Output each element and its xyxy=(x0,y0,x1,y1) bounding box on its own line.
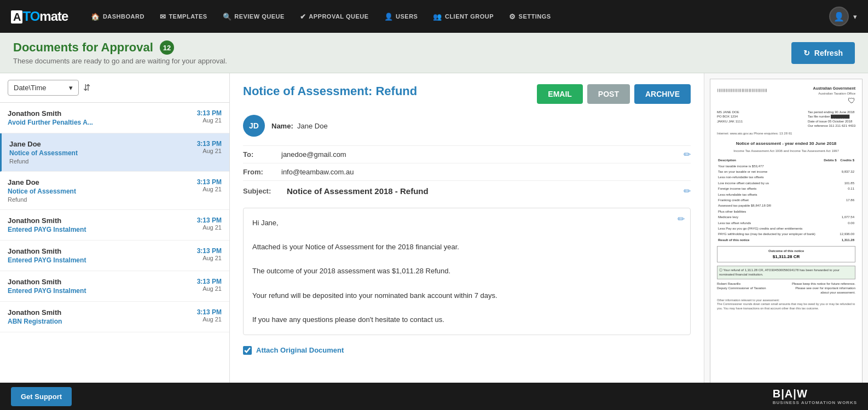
document-content: Notice of Assessment: Refund EMAIL POST … xyxy=(230,73,704,383)
content-header: Notice of Assessment: Refund EMAIL POST … xyxy=(243,84,691,104)
from-field-row: From: info@teambaw.com.au xyxy=(243,163,691,180)
list-item-date: Aug 21 xyxy=(197,186,222,192)
nav-settings[interactable]: ⚙ SETTINGS xyxy=(502,8,558,25)
our-ref-value: 311 211 621 4433 xyxy=(829,124,855,127)
footer-note2: Please see over for important informatio… xyxy=(790,286,855,295)
sidebar-list: Jonathon Smith Avoid Further Penalties A… xyxy=(0,103,229,383)
doc-footer-text: Other information relevant to your asses… xyxy=(717,298,855,311)
page-header-left: Documents for Approval 12 These document… xyxy=(13,40,227,65)
nav-review-label: REVIEW QUEUE xyxy=(234,13,285,20)
doc-table: Description Debits $ Credits $ Your taxa… xyxy=(717,157,855,243)
list-item[interactable]: Jonathon Smith Avoid Further Penalties A… xyxy=(0,103,229,133)
post-button[interactable]: POST xyxy=(587,84,630,104)
from-value: info@teambaw.com.au xyxy=(281,168,691,176)
chevron-down-icon: ▾ xyxy=(853,13,857,21)
sort-order-icon[interactable]: ⇵ xyxy=(83,83,90,93)
to-label: To: xyxy=(243,150,281,159)
address-line3: JAKKU JAK 1111 xyxy=(717,119,743,124)
footer-brand: B|A|W BUSINESS AUTOMATION WORKS xyxy=(773,388,857,405)
nav-dashboard-label: DASHBOARD xyxy=(103,13,144,20)
list-item-right: 3:13 PM Aug 21 xyxy=(197,178,222,192)
list-item[interactable]: Jonathon Smith Entered PAYG Instalment 3… xyxy=(0,241,229,271)
tax-period-value: 30 June 2018 xyxy=(835,110,854,114)
page-title: Documents for Approval xyxy=(13,40,153,55)
list-item-type: Refund xyxy=(9,158,78,165)
nav-approval-queue[interactable]: ✔ APPROVAL QUEUE xyxy=(293,8,375,25)
list-item[interactable]: Jonathon Smith ABN Registration 3:13 PM … xyxy=(0,302,229,332)
footer: Get Support B|A|W BUSINESS AUTOMATION WO… xyxy=(0,383,868,410)
nav-templates[interactable]: ✉ TEMPLATES xyxy=(153,8,214,25)
body-line5: If you have any questions please don't h… xyxy=(252,314,681,326)
subject-edit-icon[interactable]: ✏ xyxy=(684,186,691,196)
list-item-right: 3:13 PM Aug 21 xyxy=(197,216,222,231)
approval-icon: ✔ xyxy=(300,13,306,21)
sort-select-label: Date\Time xyxy=(14,84,46,92)
list-item-time: 3:13 PM xyxy=(197,216,222,224)
review-icon: 🔍 xyxy=(223,13,232,21)
action-buttons: EMAIL POST ARCHIVE xyxy=(537,84,691,104)
recipient-section: JD Name: Jane Doe xyxy=(243,115,691,137)
email-body-box: ✏ Hi Jane, Attached is your Notice of As… xyxy=(243,208,691,335)
get-support-button[interactable]: Get Support xyxy=(11,387,72,406)
attach-label[interactable]: Attach Original Document xyxy=(256,346,344,354)
list-item-date: Aug 21 xyxy=(197,224,222,231)
nav-approval-label: APPROVAL QUEUE xyxy=(309,13,368,20)
list-item-name: Jonathon Smith xyxy=(8,247,86,255)
footer-title: Deputy Commissioner of Taxation xyxy=(717,286,766,290)
page-header: Documents for Approval 12 These document… xyxy=(0,33,868,73)
list-item[interactable]: Jonathon Smith Entered PAYG Instalment 3… xyxy=(0,271,229,302)
list-item[interactable]: Jane Doe Notice of Assessment Refund 3:1… xyxy=(0,133,229,172)
attach-checkbox[interactable] xyxy=(243,346,252,355)
list-item-doc: Notice of Assessment xyxy=(8,188,76,195)
notice-subtitle: Income Tax Assessment Act 1936 and Incom… xyxy=(717,149,855,153)
list-item-date: Aug 21 xyxy=(197,316,222,323)
email-button[interactable]: EMAIL xyxy=(537,84,583,104)
list-item-date: Aug 21 xyxy=(197,117,222,124)
list-item-doc: Entered PAYG Instalment xyxy=(8,226,86,233)
tax-file-label: Tax file number xyxy=(808,115,830,118)
tax-office: Australian Taxation Office xyxy=(813,91,855,96)
page-subtitle: These documents are ready to go and are … xyxy=(13,57,227,65)
nav-users[interactable]: 👤 USERS xyxy=(378,8,425,25)
list-item-name: Jane Doe xyxy=(8,178,76,186)
documents-count-badge: 12 xyxy=(160,40,174,55)
list-item-time: 3:13 PM xyxy=(197,178,222,186)
footer-note1: Please keep this notice for future refer… xyxy=(790,282,855,286)
list-item-date: Aug 21 xyxy=(197,285,222,292)
tax-period-label: Tax period ending xyxy=(808,110,834,114)
list-item-doc: Avoid Further Penalties A... xyxy=(8,119,93,126)
list-item[interactable]: Jane Doe Notice of Assessment Refund 3:1… xyxy=(0,172,229,210)
list-item-name: Jane Doe xyxy=(9,140,78,148)
client-group-icon: 👥 xyxy=(433,13,442,21)
document-preview-inner: ||||||||||||||||||||||||||||||||||| Aust… xyxy=(710,79,863,383)
nav-settings-label: SETTINGS xyxy=(519,13,551,20)
refresh-label: Refresh xyxy=(814,49,843,57)
nav-client-group[interactable]: 👥 CLIENT GROUP xyxy=(426,8,500,25)
email-body: Hi Jane, Attached is your Notice of Asse… xyxy=(252,217,681,326)
body-edit-icon[interactable]: ✏ xyxy=(678,214,685,224)
list-item-name: Jonathon Smith xyxy=(8,278,86,286)
nav-user[interactable]: 👤 ▾ xyxy=(829,7,857,26)
archive-button[interactable]: ARCHIVE xyxy=(634,84,691,104)
sort-select[interactable]: Date\Time ▾ xyxy=(8,80,79,96)
list-item-time: 3:13 PM xyxy=(197,247,222,255)
address-line2: PO BOX 1234 xyxy=(717,114,743,119)
nav-review-queue[interactable]: 🔍 REVIEW QUEUE xyxy=(216,8,291,25)
list-item[interactable]: Jonathon Smith Entered PAYG Instalment 3… xyxy=(0,210,229,241)
nav-items: 🏠 DASHBOARD ✉ TEMPLATES 🔍 REVIEW QUEUE ✔… xyxy=(84,8,829,25)
body-line2: Attached is your Notice of Assessment fo… xyxy=(252,241,681,253)
subject-value: Notice of Assessment 2018 - Refund xyxy=(287,186,691,196)
to-edit-icon[interactable]: ✏ xyxy=(684,149,691,160)
list-item-doc: Notice of Assessment xyxy=(9,149,78,157)
footer-name: Robert Ravarillo xyxy=(717,282,766,286)
gov-name: Australian Government xyxy=(813,86,855,91)
list-item-date: Aug 21 xyxy=(197,148,222,154)
list-item-left: Jonathon Smith Entered PAYG Instalment xyxy=(8,247,86,264)
document-preview-panel: ||||||||||||||||||||||||||||||||||| Aust… xyxy=(704,73,868,383)
list-item-doc: ABN Registration xyxy=(8,318,62,325)
nav-dashboard[interactable]: 🏠 DASHBOARD xyxy=(84,8,151,25)
users-icon: 👤 xyxy=(384,13,394,21)
nav-client-group-label: CLIENT GROUP xyxy=(445,13,494,20)
page-title-row: Documents for Approval 12 xyxy=(13,40,227,55)
refresh-button[interactable]: ↻ Refresh xyxy=(791,42,855,64)
